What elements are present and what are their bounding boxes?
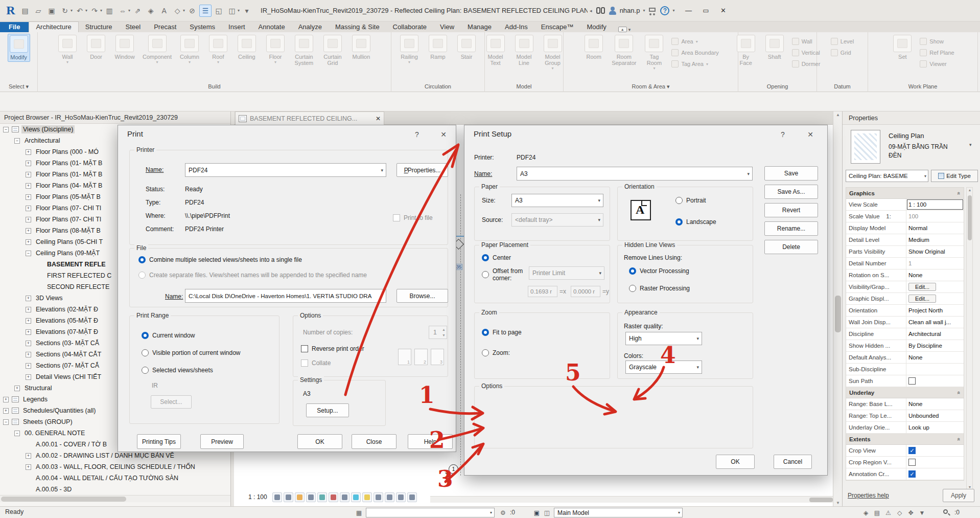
file-path-input[interactable]: C:\Local Disk D\OneDrive - Haverton Home… — [185, 289, 386, 303]
ribbon-button-level[interactable]: Level — [831, 37, 854, 46]
ribbon-tab-collaborate[interactable]: Collaborate — [386, 22, 434, 32]
app-store-cart-icon[interactable] — [648, 8, 657, 14]
tree-expander-icon[interactable]: + — [26, 149, 31, 155]
ribbon-button-dormer[interactable]: Dormer — [792, 59, 821, 69]
property-value-detail-level[interactable]: Medium — [906, 234, 964, 245]
ribbon-button-curtain-grid[interactable]: Curtain Grid — [321, 34, 344, 67]
print-help-icon[interactable]: ? — [409, 128, 425, 141]
show-crop-icon[interactable] — [340, 492, 349, 502]
tree-expander-icon[interactable]: + — [26, 296, 31, 301]
ribbon-button-ceiling[interactable]: Ceiling — [236, 34, 258, 61]
setup-button[interactable]: Setup... — [306, 403, 349, 417]
property-value-show-hidden[interactable]: By Discipline — [906, 340, 964, 351]
ribbon-tab-modify[interactable]: Modify — [580, 22, 613, 32]
analytical-model-icon[interactable] — [396, 492, 406, 502]
sync-icon[interactable]: ↻ — [59, 5, 71, 17]
fit-to-page-radio[interactable]: Fit to page — [482, 326, 522, 339]
ribbon-button-room[interactable]: Room — [582, 34, 605, 61]
tree-item-a-00-05-3d[interactable]: A.00.05 - 3D — [0, 484, 231, 495]
tree-expander-icon[interactable]: + — [26, 183, 31, 189]
property-value-range-top-le[interactable]: Unbounded — [906, 410, 964, 421]
open-icon[interactable]: ▱ — [32, 5, 44, 17]
ribbon-tab-steel[interactable]: Steel — [119, 22, 148, 32]
setup-cancel-button[interactable]: Cancel — [774, 455, 812, 469]
detail-level-icon[interactable] — [272, 492, 282, 502]
panel-label-datum[interactable]: Datum — [817, 83, 868, 92]
tree-expander-icon[interactable]: + — [26, 318, 31, 324]
sun-path-checkbox[interactable] — [908, 377, 916, 385]
ribbon-button-component[interactable]: Component▾ — [142, 34, 172, 65]
ribbon-button-model-group[interactable]: Model Group▾ — [542, 34, 564, 72]
crop-view-checkbox[interactable]: ✓ — [908, 447, 916, 454]
railing-dropdown-icon[interactable]: ▾ — [408, 60, 410, 64]
active-option-icon[interactable]: ◫ — [543, 508, 551, 517]
tree-item-a-00-03-wall-floor-ceiling-schedule-th-n[interactable]: +A.00.03 - WALL, FLOOR, CEILING SCHEDULE… — [0, 461, 231, 472]
ribbon-button-area-boundary[interactable]: Area Boundary — [671, 48, 718, 57]
property-value-orientation[interactable]: Project North — [906, 305, 964, 316]
tree-expander-icon[interactable]: + — [26, 453, 31, 459]
save-button[interactable]: Save — [764, 166, 818, 181]
size-combo[interactable]: A3▾ — [511, 194, 603, 207]
setup-name-combo[interactable]: A3▾ — [517, 167, 753, 181]
scale-button[interactable]: 1 : 100 — [245, 492, 270, 502]
property-value-parts-visibility[interactable]: Show Original — [906, 246, 964, 257]
panel-label-select[interactable]: Select ▾ — [0, 83, 37, 92]
design-options-combo[interactable]: Main Model▾ — [554, 508, 683, 517]
property-value-underlay-orie[interactable]: Look up — [906, 422, 964, 433]
select-links-icon[interactable]: ◈ — [861, 508, 870, 517]
collate-checkbox[interactable]: Collate — [301, 356, 331, 370]
properties-section-extents[interactable]: Extents« — [846, 434, 964, 445]
tree-expander-icon[interactable]: + — [26, 307, 31, 312]
select-by-face-icon[interactable]: ◇ — [895, 508, 904, 517]
rendering-icon[interactable] — [317, 492, 327, 502]
ribbon-tab-file[interactable]: File — [0, 22, 29, 32]
close-button[interactable]: ✕ — [714, 4, 732, 17]
sun-path-icon[interactable] — [295, 492, 305, 502]
printer-properties-button[interactable]: PProperties... — [396, 163, 448, 177]
ribbon-button-column[interactable]: Column▾ — [178, 34, 201, 65]
tree-expander-icon[interactable]: + — [26, 172, 31, 177]
properties-section-graphics[interactable]: Graphics« — [846, 188, 964, 199]
panel-label-work-plane[interactable]: Work Plane — [868, 83, 977, 92]
setup-option-view-links-in-blue-color-prints-only[interactable]: View links in blue (Color prints only) — [947, 516, 980, 518]
undo-icon-arrow[interactable]: ▾ — [85, 8, 87, 13]
model-group-dropdown-icon[interactable]: ▾ — [551, 66, 553, 71]
tree-expander-icon[interactable]: − — [14, 138, 20, 144]
property-value-rotation-on-s[interactable]: None — [906, 269, 964, 281]
current-window-radio[interactable]: Current window — [142, 329, 195, 342]
crop-region-v-checkbox[interactable] — [908, 459, 916, 466]
thin-lines-icon[interactable]: ☰ — [199, 5, 212, 17]
property-value-graphic-displ[interactable]: Edit... — [906, 293, 964, 304]
tree-expander-icon[interactable]: − — [3, 419, 9, 425]
print-setup-close-icon[interactable]: ✕ — [803, 128, 818, 141]
ribbon-tab-insert[interactable]: Insert — [222, 22, 252, 32]
ribbon-button-door[interactable]: Door — [85, 34, 107, 61]
revit-logo[interactable]: R — [3, 4, 18, 18]
ribbon-button-vertical[interactable]: Vertical — [792, 48, 821, 57]
tree-expander-icon[interactable]: + — [26, 228, 31, 234]
print-close-button[interactable]: Close — [352, 434, 396, 449]
edit-type-button[interactable]: Edit Type — [931, 170, 978, 182]
tree-expander-icon[interactable]: + — [26, 329, 31, 335]
print-close-icon[interactable]: ✕ — [436, 128, 451, 141]
type-selector-arrow-icon[interactable]: ▾ — [969, 142, 972, 147]
tree-expander-icon[interactable]: − — [26, 251, 31, 256]
properties-header[interactable]: Properties — [843, 111, 980, 125]
print-icon[interactable]: ▥ — [103, 5, 115, 17]
vector-processing-radio[interactable]: Vector Processing — [629, 264, 689, 278]
raster-processing-radio[interactable]: Raster Processing — [629, 282, 690, 295]
ribbon-button-show[interactable]: Show — [920, 37, 954, 46]
ribbon-button-wall[interactable]: Wall — [792, 37, 821, 46]
user-menu-arrow-icon[interactable]: ▾ — [643, 8, 645, 13]
default-3d-view-icon-arrow[interactable]: ▾ — [183, 8, 185, 13]
worksharing-display-icon[interactable] — [374, 492, 383, 502]
worksets-combo[interactable]: ▾ — [366, 508, 495, 517]
ribbon-button-floor[interactable]: Floor▾ — [264, 34, 287, 65]
section-collapse-icon[interactable]: « — [956, 191, 962, 194]
properties-help-link[interactable]: Properties help — [848, 492, 889, 499]
tree-expander-icon[interactable]: + — [3, 408, 9, 414]
portrait-radio[interactable]: Portrait — [675, 194, 706, 207]
select-views-button[interactable]: Select... — [151, 395, 192, 409]
tree-expander-icon[interactable]: − — [14, 431, 20, 436]
graphic-displ-edit-button[interactable]: Edit... — [908, 295, 936, 303]
